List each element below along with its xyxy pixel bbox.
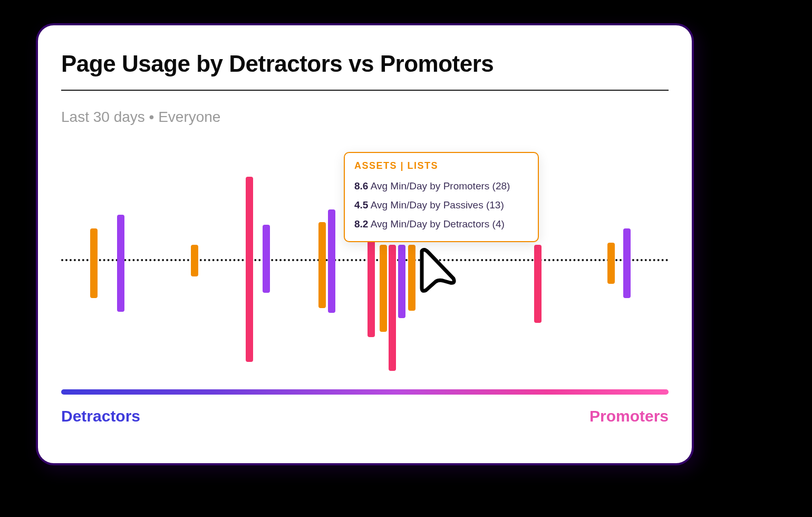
bar[interactable]: [191, 245, 198, 276]
bar[interactable]: [623, 228, 631, 298]
bar[interactable]: [607, 243, 615, 284]
tooltip: ASSETS | LISTS 8.6 Avg Min/Day by Promot…: [344, 152, 539, 242]
tooltip-value: 8.6: [354, 180, 368, 192]
tooltip-row: 4.5 Avg Min/Day by Passives (13): [354, 196, 528, 215]
title-divider: [61, 90, 669, 91]
tooltip-label: Avg Min/Day by Passives (13): [371, 199, 504, 210]
tooltip-title: ASSETS | LISTS: [354, 160, 528, 171]
bar[interactable]: [380, 245, 387, 332]
cursor-icon: [418, 247, 459, 294]
tooltip-label: Avg Min/Day by Detractors (4): [371, 218, 505, 229]
bar[interactable]: [318, 222, 326, 308]
baseline: [61, 259, 669, 261]
tooltip-value: 4.5: [354, 199, 368, 210]
bar[interactable]: [534, 245, 542, 323]
bar[interactable]: [90, 228, 98, 298]
bar[interactable]: [246, 177, 253, 362]
chart-subtitle: Last 30 days • Everyone: [61, 109, 220, 126]
bar[interactable]: [408, 245, 415, 310]
bar[interactable]: [117, 215, 124, 312]
axis-label-detractors: Detractors: [61, 407, 140, 425]
bar[interactable]: [389, 245, 396, 371]
tooltip-row: 8.6 Avg Min/Day by Promoters (28): [354, 177, 528, 196]
tooltip-row: 8.2 Avg Min/Day by Detractors (4): [354, 215, 528, 234]
bar[interactable]: [398, 245, 405, 318]
chart-card: Page Usage by Detractors vs Promoters La…: [38, 25, 692, 463]
axis-gradient: [61, 389, 669, 395]
chart-title: Page Usage by Detractors vs Promoters: [61, 51, 494, 77]
tooltip-value: 8.2: [354, 218, 368, 229]
tooltip-label: Avg Min/Day by Promoters (28): [371, 180, 510, 192]
axis-label-promoters: Promoters: [589, 407, 669, 425]
bar[interactable]: [263, 225, 270, 293]
bar[interactable]: [328, 209, 335, 313]
